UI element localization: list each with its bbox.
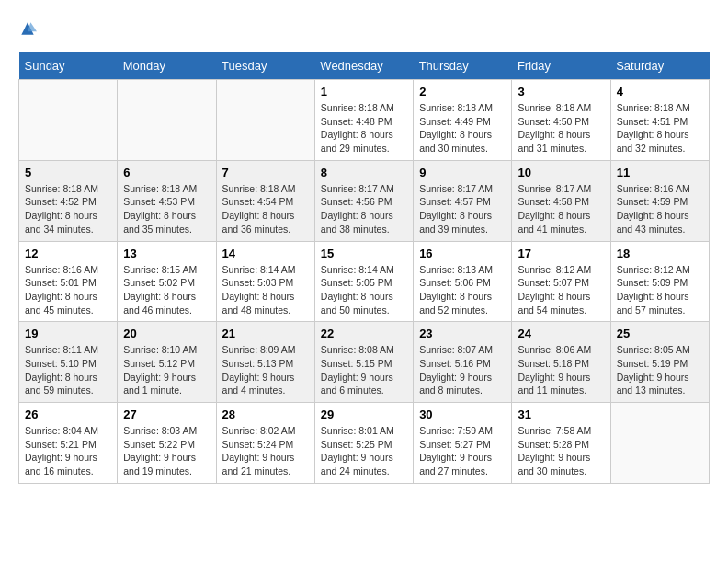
day-number: 1 — [321, 85, 407, 98]
calendar-cell: 8Sunrise: 8:17 AM Sunset: 4:56 PM Daylig… — [314, 160, 413, 241]
day-number: 6 — [123, 166, 210, 179]
day-info: Sunrise: 8:18 AM Sunset: 4:52 PM Dayligh… — [25, 182, 111, 236]
calendar-cell: 24Sunrise: 8:06 AM Sunset: 5:18 PM Dayli… — [512, 322, 610, 403]
col-wednesday: Wednesday — [314, 52, 413, 80]
day-number: 22 — [321, 327, 407, 340]
calendar-cell: 27Sunrise: 8:03 AM Sunset: 5:22 PM Dayli… — [118, 403, 216, 484]
day-number: 24 — [518, 327, 604, 340]
day-number: 29 — [321, 408, 407, 421]
day-info: Sunrise: 8:14 AM Sunset: 5:03 PM Dayligh… — [222, 263, 309, 317]
day-info: Sunrise: 8:01 AM Sunset: 5:25 PM Dayligh… — [321, 424, 407, 478]
day-info: Sunrise: 8:10 AM Sunset: 5:12 PM Dayligh… — [123, 343, 210, 397]
day-info: Sunrise: 8:15 AM Sunset: 5:02 PM Dayligh… — [123, 263, 210, 317]
calendar-cell: 15Sunrise: 8:14 AM Sunset: 5:05 PM Dayli… — [314, 241, 413, 322]
day-info: Sunrise: 8:18 AM Sunset: 4:49 PM Dayligh… — [419, 101, 506, 155]
calendar-cell: 2Sunrise: 8:18 AM Sunset: 4:49 PM Daylig… — [414, 80, 512, 161]
day-info: Sunrise: 8:18 AM Sunset: 4:54 PM Dayligh… — [222, 182, 309, 236]
logo — [18, 18, 40, 38]
day-number: 5 — [25, 166, 111, 179]
day-number: 4 — [617, 85, 703, 98]
day-number: 27 — [123, 408, 210, 421]
calendar-cell: 10Sunrise: 8:17 AM Sunset: 4:58 PM Dayli… — [512, 160, 610, 241]
day-number: 12 — [25, 247, 111, 260]
day-number: 11 — [617, 166, 703, 179]
day-number: 26 — [25, 408, 111, 421]
calendar-cell: 13Sunrise: 8:15 AM Sunset: 5:02 PM Dayli… — [118, 241, 216, 322]
col-saturday: Saturday — [610, 52, 709, 80]
calendar-cell: 11Sunrise: 8:16 AM Sunset: 4:59 PM Dayli… — [610, 160, 709, 241]
day-number: 25 — [617, 327, 703, 340]
day-info: Sunrise: 8:09 AM Sunset: 5:13 PM Dayligh… — [222, 343, 309, 397]
calendar-cell: 5Sunrise: 8:18 AM Sunset: 4:52 PM Daylig… — [19, 160, 118, 241]
calendar-week-row: 5Sunrise: 8:18 AM Sunset: 4:52 PM Daylig… — [19, 160, 710, 241]
calendar-cell — [216, 80, 314, 161]
calendar-cell: 6Sunrise: 8:18 AM Sunset: 4:53 PM Daylig… — [118, 160, 216, 241]
day-info: Sunrise: 8:18 AM Sunset: 4:50 PM Dayligh… — [518, 101, 604, 155]
calendar-cell — [610, 403, 709, 484]
calendar-cell: 29Sunrise: 8:01 AM Sunset: 5:25 PM Dayli… — [314, 403, 413, 484]
calendar-cell: 9Sunrise: 8:17 AM Sunset: 4:57 PM Daylig… — [414, 160, 512, 241]
col-monday: Monday — [118, 52, 216, 80]
calendar-week-row: 26Sunrise: 8:04 AM Sunset: 5:21 PM Dayli… — [19, 403, 710, 484]
calendar-cell: 21Sunrise: 8:09 AM Sunset: 5:13 PM Dayli… — [216, 322, 314, 403]
day-number: 13 — [123, 247, 210, 260]
day-number: 20 — [123, 327, 210, 340]
day-info: Sunrise: 8:17 AM Sunset: 4:56 PM Dayligh… — [321, 182, 407, 236]
day-number: 16 — [419, 247, 506, 260]
day-number: 2 — [419, 85, 506, 98]
calendar-cell: 18Sunrise: 8:12 AM Sunset: 5:09 PM Dayli… — [610, 241, 709, 322]
day-info: Sunrise: 8:14 AM Sunset: 5:05 PM Dayligh… — [321, 263, 407, 317]
day-info: Sunrise: 8:08 AM Sunset: 5:15 PM Dayligh… — [321, 343, 407, 397]
day-info: Sunrise: 7:58 AM Sunset: 5:28 PM Dayligh… — [518, 424, 604, 478]
calendar-cell: 14Sunrise: 8:14 AM Sunset: 5:03 PM Dayli… — [216, 241, 314, 322]
day-number: 15 — [321, 247, 407, 260]
day-info: Sunrise: 8:06 AM Sunset: 5:18 PM Dayligh… — [518, 343, 604, 397]
day-info: Sunrise: 8:16 AM Sunset: 4:59 PM Dayligh… — [617, 182, 703, 236]
day-number: 9 — [419, 166, 506, 179]
day-info: Sunrise: 8:12 AM Sunset: 5:07 PM Dayligh… — [518, 263, 604, 317]
day-info: Sunrise: 8:03 AM Sunset: 5:22 PM Dayligh… — [123, 424, 210, 478]
day-info: Sunrise: 8:13 AM Sunset: 5:06 PM Dayligh… — [419, 263, 506, 317]
calendar-cell: 4Sunrise: 8:18 AM Sunset: 4:51 PM Daylig… — [610, 80, 709, 161]
calendar-week-row: 12Sunrise: 8:16 AM Sunset: 5:01 PM Dayli… — [19, 241, 710, 322]
day-number: 8 — [321, 166, 407, 179]
day-info: Sunrise: 8:02 AM Sunset: 5:24 PM Dayligh… — [222, 424, 309, 478]
calendar-cell: 22Sunrise: 8:08 AM Sunset: 5:15 PM Dayli… — [314, 322, 413, 403]
day-number: 19 — [25, 327, 111, 340]
calendar-cell: 26Sunrise: 8:04 AM Sunset: 5:21 PM Dayli… — [19, 403, 118, 484]
calendar-cell: 25Sunrise: 8:05 AM Sunset: 5:19 PM Dayli… — [610, 322, 709, 403]
calendar-cell: 3Sunrise: 8:18 AM Sunset: 4:50 PM Daylig… — [512, 80, 610, 161]
calendar-body: 1Sunrise: 8:18 AM Sunset: 4:48 PM Daylig… — [19, 80, 710, 484]
day-info: Sunrise: 8:18 AM Sunset: 4:48 PM Dayligh… — [321, 101, 407, 155]
day-info: Sunrise: 8:07 AM Sunset: 5:16 PM Dayligh… — [419, 343, 506, 397]
day-info: Sunrise: 8:18 AM Sunset: 4:51 PM Dayligh… — [617, 101, 703, 155]
col-sunday: Sunday — [19, 52, 118, 80]
calendar-cell: 1Sunrise: 8:18 AM Sunset: 4:48 PM Daylig… — [314, 80, 413, 161]
calendar-week-row: 19Sunrise: 8:11 AM Sunset: 5:10 PM Dayli… — [19, 322, 710, 403]
calendar-header-row: Sunday Monday Tuesday Wednesday Thursday… — [19, 52, 710, 80]
calendar-cell: 30Sunrise: 7:59 AM Sunset: 5:27 PM Dayli… — [414, 403, 512, 484]
calendar-cell: 20Sunrise: 8:10 AM Sunset: 5:12 PM Dayli… — [118, 322, 216, 403]
day-info: Sunrise: 8:17 AM Sunset: 4:58 PM Dayligh… — [518, 182, 604, 236]
calendar-cell: 19Sunrise: 8:11 AM Sunset: 5:10 PM Dayli… — [19, 322, 118, 403]
calendar-cell: 31Sunrise: 7:58 AM Sunset: 5:28 PM Dayli… — [512, 403, 610, 484]
day-number: 17 — [518, 247, 604, 260]
day-number: 10 — [518, 166, 604, 179]
col-tuesday: Tuesday — [216, 52, 314, 80]
col-friday: Friday — [512, 52, 610, 80]
day-info: Sunrise: 7:59 AM Sunset: 5:27 PM Dayligh… — [419, 424, 506, 478]
day-info: Sunrise: 8:04 AM Sunset: 5:21 PM Dayligh… — [25, 424, 111, 478]
calendar-cell — [118, 80, 216, 161]
day-info: Sunrise: 8:05 AM Sunset: 5:19 PM Dayligh… — [617, 343, 703, 397]
page-header — [18, 18, 710, 38]
day-number: 21 — [222, 327, 309, 340]
day-number: 18 — [617, 247, 703, 260]
day-number: 7 — [222, 166, 309, 179]
logo-icon — [18, 19, 37, 38]
day-number: 14 — [222, 247, 309, 260]
day-number: 3 — [518, 85, 604, 98]
calendar-cell — [19, 80, 118, 161]
day-info: Sunrise: 8:18 AM Sunset: 4:53 PM Dayligh… — [123, 182, 210, 236]
calendar-cell: 17Sunrise: 8:12 AM Sunset: 5:07 PM Dayli… — [512, 241, 610, 322]
calendar-week-row: 1Sunrise: 8:18 AM Sunset: 4:48 PM Daylig… — [19, 80, 710, 161]
